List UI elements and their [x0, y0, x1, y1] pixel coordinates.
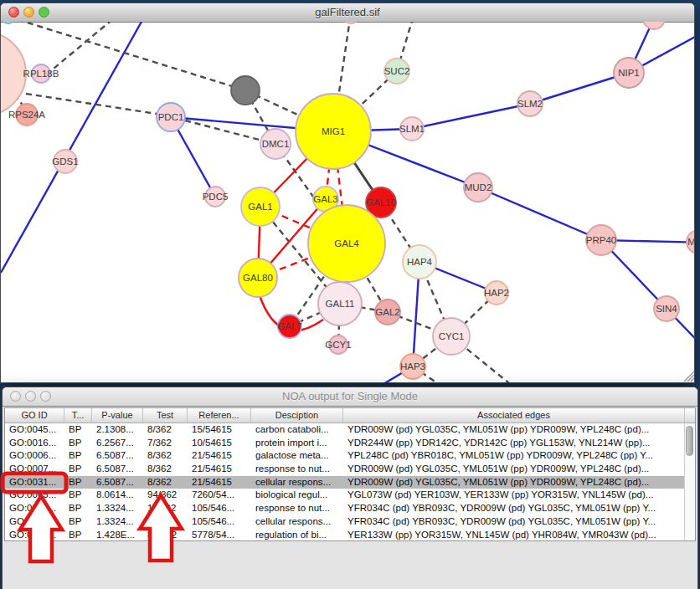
- node-label: PRP40: [586, 235, 616, 245]
- table-cell: 6.2567...: [92, 437, 143, 450]
- node-MIG1[interactable]: MIG1: [296, 94, 371, 169]
- table-row[interactable]: GO:0050...BP1.428E...80/3625778/54...reg…: [5, 529, 695, 542]
- node-GAL7[interactable]: GAL7: [277, 315, 301, 338]
- node-label: GAL2: [375, 307, 399, 317]
- node-label: GAL4: [334, 238, 359, 248]
- node-GAL2[interactable]: GAL2: [375, 300, 400, 325]
- node-PDC1[interactable]: PDC1: [157, 103, 185, 131]
- column-header-go-id[interactable]: GO ID: [5, 408, 64, 423]
- table-cell: BP: [64, 489, 92, 502]
- node-SUC2[interactable]: SUC2: [384, 59, 410, 84]
- node-GCY1[interactable]: GCY1: [325, 335, 351, 354]
- close-button[interactable]: [8, 7, 19, 18]
- minimize-button[interactable]: [25, 391, 36, 402]
- node-label: PDC5: [203, 192, 229, 202]
- noa-window-titlebar[interactable]: NOA output for Single Mode: [3, 387, 697, 407]
- column-header-associated-edges[interactable]: Associated edges: [343, 408, 685, 423]
- edge-blue: [478, 187, 601, 240]
- node-label: HAP4: [407, 257, 433, 267]
- node-unnamed-tiny[interactable]: [2, 22, 15, 23]
- node-label: PDC1: [158, 112, 184, 122]
- table-scrollbar[interactable]: [684, 423, 695, 540]
- table-cell: 11/362: [143, 515, 188, 529]
- node-HAP3[interactable]: HAP3: [400, 354, 425, 379]
- node-label: NIP1: [618, 68, 640, 78]
- table-row[interactable]: GO:0031...BP6.5087...8/36221/54615cellul…: [5, 476, 695, 489]
- node-label: RPS24A: [8, 110, 45, 120]
- node-label: RPL18B: [23, 69, 59, 79]
- zoom-button[interactable]: [39, 7, 49, 18]
- node-MUD2[interactable]: MUD2: [464, 173, 492, 202]
- table-cell: protein import i...: [251, 437, 343, 450]
- table-row[interactable]: GO:0031...BP1.3324...11/362105/546...res…: [5, 502, 695, 515]
- table-cell: 21/54615: [188, 463, 251, 476]
- minimize-button[interactable]: [23, 7, 34, 18]
- zoom-button[interactable]: [40, 391, 51, 402]
- column-header-referen[interactable]: Referen...: [188, 408, 251, 423]
- table-row[interactable]: GO:0065...BP8.0614...94/3627260/54...bio…: [5, 489, 695, 502]
- node-GAL1[interactable]: GAL1: [241, 187, 280, 226]
- table-cell: GO:0031...: [5, 502, 64, 515]
- scrollbar-thumb[interactable]: [686, 426, 693, 456]
- node-CYC1[interactable]: CYC1: [433, 318, 470, 355]
- node-GDS1[interactable]: GDS1: [52, 150, 78, 173]
- table-cell: 80/362: [143, 529, 188, 542]
- table-cell: 5778/54...: [188, 529, 251, 542]
- table-body: GO:0045...BP2.1308...8/36215/54615carbon…: [5, 423, 695, 541]
- table-row[interactable]: GO:0006...BP6.5087...8/36221/54615galact…: [5, 449, 695, 463]
- node-unnamed-gray[interactable]: [231, 76, 260, 105]
- table-cell: 6.5087...: [92, 449, 143, 463]
- node-label: HAP2: [484, 288, 509, 298]
- table-cell: YFR034C (pd) YBR093C, YDR009W (pd) YGL03…: [343, 515, 685, 529]
- table-cell: 94/362: [143, 489, 188, 502]
- table-cell: GO:0016...: [5, 437, 64, 450]
- node-SLM1[interactable]: SLM1: [399, 117, 425, 141]
- graph-window-titlebar[interactable]: galFiltered.sif: [1, 3, 694, 23]
- node-PRP40[interactable]: PRP40: [586, 225, 616, 255]
- table-row[interactable]: GO:0031...BP1.3324...11/362105/546...cel…: [5, 515, 695, 529]
- node-topcut[interactable]: [342, 22, 359, 23]
- node-unnamed-large[interactable]: [1, 32, 26, 115]
- table-cell: 1.3324...: [92, 515, 143, 529]
- table-cell: YER133W (pp) YOR315W, YNL145W (pd) YHR08…: [343, 529, 685, 542]
- node-GAL80[interactable]: GAL80: [239, 259, 277, 297]
- node-HAP4[interactable]: HAP4: [403, 245, 436, 279]
- table-cell: YGL073W (pd) YER103W, YER133W (pp) YOR31…: [343, 489, 685, 502]
- table-row[interactable]: GO:0045...BP2.1308...8/36215/54615carbon…: [5, 423, 695, 437]
- node-MSN[interactable]: MSN: [687, 230, 694, 254]
- column-header-desciption[interactable]: Desciption: [251, 408, 343, 423]
- table-cell: BP: [64, 437, 92, 450]
- node-trcut[interactable]: [643, 22, 665, 29]
- table-cell: BP: [64, 529, 92, 542]
- node-HAP2[interactable]: HAP2: [484, 281, 509, 305]
- table-cell: 7/362: [143, 437, 188, 450]
- node-NIP1[interactable]: NIP1: [614, 58, 644, 88]
- noa-window-title: NOA output for Single Mode: [3, 387, 697, 406]
- node-DMC1[interactable]: DMC1: [260, 129, 291, 159]
- node-GAL11[interactable]: GAL11: [318, 282, 362, 325]
- table-cell: 8/362: [143, 449, 188, 463]
- column-header-t[interactable]: T...: [64, 408, 92, 423]
- table-cell: BP: [64, 449, 92, 463]
- node-label: GAL80: [243, 273, 273, 283]
- table-cell: response to nut...: [251, 502, 343, 515]
- table-header-row: GO IDT...P-valueTestReferen...Desciption…: [5, 408, 695, 423]
- node-SIN4[interactable]: SIN4: [654, 296, 679, 321]
- noa-window: NOA output for Single Mode GO IDT...P-va…: [2, 387, 698, 589]
- node-label: SLM2: [517, 99, 543, 109]
- table-cell: 15/54615: [188, 423, 251, 437]
- node-SLM2[interactable]: SLM2: [517, 91, 543, 116]
- close-button[interactable]: [10, 391, 21, 402]
- network-canvas[interactable]: RPL18BRPS24AGDS1PDC1DMC1MIG1SUC2SLM1SLM2…: [1, 22, 694, 383]
- node-RPS24A[interactable]: RPS24A: [8, 104, 45, 125]
- column-header-p-value[interactable]: P-value: [92, 408, 143, 423]
- column-header-test[interactable]: Test: [143, 408, 188, 423]
- table-cell: 8/362: [143, 423, 188, 437]
- table-cell: 7260/54...: [188, 489, 251, 502]
- node-GAL4[interactable]: GAL4: [308, 205, 385, 282]
- node-PDC5[interactable]: PDC5: [203, 187, 229, 207]
- node-label: GAL1: [248, 202, 272, 212]
- table-row[interactable]: GO:0016...BP6.2567...7/36210/54615protei…: [5, 437, 695, 450]
- table-cell: GO:0065...: [5, 489, 64, 502]
- table-row[interactable]: GO:0007...BP6.5087...8/36221/54615respon…: [5, 463, 695, 476]
